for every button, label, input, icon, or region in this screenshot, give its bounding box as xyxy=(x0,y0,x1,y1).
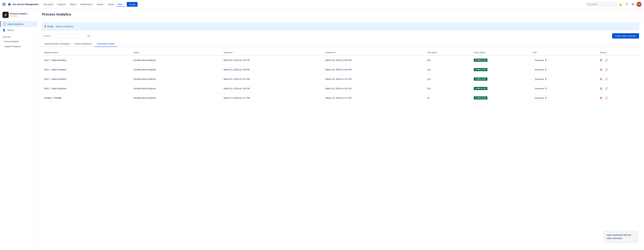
main-search-icon: 🔍 xyxy=(87,35,90,37)
cell-template-name: Test 2 - Data Extraction xyxy=(42,65,132,74)
cell-started-at: March 14, 2024 at 1:17 PM xyxy=(222,93,324,103)
sidebar-item-label-data-extractions: Data Extractions xyxy=(8,23,24,25)
cell-finished-at: March 20, 2024 at 1:41 PM xyxy=(324,74,425,84)
jira-logo[interactable]: Jira Service Management xyxy=(8,3,38,6)
avatar[interactable]: CM xyxy=(636,2,642,7)
settings-icon[interactable]: ⚙️ xyxy=(630,2,635,7)
page-title: Process Analytics xyxy=(37,9,644,19)
chart-icon[interactable]: 📈 xyxy=(605,59,608,62)
search-input[interactable] xyxy=(591,3,615,6)
col-finish-status: Finish Status xyxy=(472,50,531,55)
tab-active[interactable]: Active Extractions xyxy=(72,41,94,47)
col-started-at[interactable]: Started At ↕ xyxy=(222,50,324,55)
main-search-input[interactable] xyxy=(44,35,86,37)
cell-time-spent: 11s xyxy=(425,74,472,84)
toolbar: 🔍 Create data extraction xyxy=(42,33,639,39)
cell-finished-at: March 20, 2024 at 1:41 PM xyxy=(324,84,425,93)
cell-finished-at: March 20, 2024 at 1:44 PM xyxy=(324,65,425,74)
help-icon[interactable]: ❓ xyxy=(624,2,629,7)
cell-owner: Carolina Recio Mazorra xyxy=(132,55,222,65)
grid-menu-icon[interactable] xyxy=(2,3,6,6)
cell-csv: Download ⬇ xyxy=(531,55,598,65)
cell-time-spent: 12s xyxy=(425,84,472,93)
nav-filters[interactable]: Filters▾ xyxy=(68,2,78,7)
cell-actions: 🗑 📈 xyxy=(598,65,639,74)
cell-actions: 🗑 📈 xyxy=(598,74,639,84)
nav-assets[interactable]: Assets xyxy=(106,2,116,7)
sidebar-item-support-request[interactable]: Support Request xyxy=(0,44,37,49)
download-icon: ⬇ xyxy=(545,78,547,80)
download-icon: ⬇ xyxy=(545,97,547,99)
download-button[interactable]: Download ⬇ xyxy=(533,95,549,100)
delete-icon[interactable]: 🗑 xyxy=(600,68,602,71)
guide-text: Guide: xyxy=(47,25,54,28)
chart-icon[interactable]: 📈 xyxy=(605,96,608,100)
extractions-table: Template Name ↕ Owner ↕ Started At ↕ Fin… xyxy=(42,50,639,103)
col-template-name[interactable]: Template Name ↕ xyxy=(42,50,132,55)
col-finished-at[interactable]: Finished At ↕ xyxy=(324,50,425,55)
nav-apps[interactable]: Apps▾ xyxy=(116,2,125,7)
cell-time-spent: 10s xyxy=(425,55,472,65)
sidebar-item-data-extractions[interactable]: 📋 Data Extractions xyxy=(0,21,37,27)
nav-projects[interactable]: Projects▾ xyxy=(56,2,68,7)
cell-started-at: March 20, 2024 at 1:44 PM xyxy=(222,55,324,65)
nav-your-work[interactable]: Your work▾ xyxy=(42,2,56,7)
delete-icon[interactable]: 🗑 xyxy=(600,59,602,62)
nav-teams[interactable]: Teams▾ xyxy=(95,2,106,7)
main-content: Process Analytics ℹ Guide: How to connec… xyxy=(37,9,644,250)
cell-time-spent: 11s xyxy=(425,65,472,74)
search-box[interactable]: 🔍 xyxy=(586,2,617,7)
table-row: Test 2 - Data Extraction Carolina Recio … xyxy=(42,74,639,84)
cell-time-spent: 3s xyxy=(425,93,472,103)
download-button[interactable]: Download ⬇ xyxy=(533,77,549,82)
topnav: Jira Service Management Your work▾ Proje… xyxy=(0,0,644,9)
tab-templates[interactable]: Data Extraction Templates xyxy=(42,41,72,47)
tooltip-text: Open dashboard with the select extractio… xyxy=(607,234,631,239)
tokens-icon: 👤 xyxy=(2,29,6,32)
table-row: Test 2 - Data Extraction Carolina Recio … xyxy=(42,55,639,65)
cell-owner: Carolina Recio Mazorra xyxy=(132,74,222,84)
chart-icon[interactable]: 📈 xyxy=(605,77,608,81)
topnav-navigation: Your work▾ Projects▾ Filters▾ Dashboards… xyxy=(42,2,585,7)
download-icon: ⬇ xyxy=(545,87,547,90)
cell-status: COMPLETED xyxy=(472,93,531,103)
sidebar-item-label-tokens: Tokens xyxy=(7,29,14,31)
nav-dashboards[interactable]: Dashboards▾ xyxy=(79,2,95,7)
sidebar-item-documentation[interactable]: Documentation xyxy=(0,39,37,44)
cell-started-at: March 20, 2024 at 1:40 PM xyxy=(222,84,324,93)
delete-icon[interactable]: 🗑 xyxy=(600,87,602,90)
delete-icon[interactable]: 🗑 xyxy=(600,78,602,81)
cell-actions: 🗑 📈 xyxy=(598,93,639,103)
create-button[interactable]: Create xyxy=(127,2,138,7)
chart-icon[interactable]: 📈 xyxy=(605,87,608,90)
chart-icon[interactable]: 📈 xyxy=(605,68,608,71)
cell-finished-at: March 20, 2024 at 1:44 PM xyxy=(324,55,425,65)
cell-csv: Download ⬇ xyxy=(531,93,598,103)
cell-owner: Carolina Recio Mazorra xyxy=(132,65,222,74)
notifications-icon[interactable]: 🔔 xyxy=(618,2,623,7)
tabs: Data Extraction Templates Active Extract… xyxy=(42,41,639,47)
col-owner[interactable]: Owner ↕ xyxy=(132,50,222,55)
download-button[interactable]: Download ⬇ xyxy=(533,67,549,72)
create-extraction-button[interactable]: Create data extraction xyxy=(612,33,639,39)
cell-started-at: March 20, 2024 at 1:41 PM xyxy=(222,74,324,84)
cell-actions: 🗑 📈 xyxy=(598,55,639,65)
search-field[interactable]: 🔍 xyxy=(42,34,92,38)
tab-history[interactable]: Extractions History xyxy=(94,41,117,47)
download-button[interactable]: Download ⬇ xyxy=(533,58,549,63)
cell-csv: Download ⬇ xyxy=(531,74,598,84)
status-badge: COMPLETED xyxy=(474,59,488,62)
guide-banner: ℹ Guide: How to connect to... xyxy=(42,23,639,30)
cell-finished-at: March 14, 2024 at 1:17 PM xyxy=(324,93,425,103)
delete-icon[interactable]: 🗑 xyxy=(600,96,602,100)
cell-owner: Carolina Recio Mazorra xyxy=(132,84,222,93)
sidebar-item-tokens[interactable]: 👤 Tokens xyxy=(0,27,37,33)
col-csv: CSV xyxy=(531,50,598,55)
download-button[interactable]: Download ⬇ xyxy=(533,86,549,91)
download-icon: ⬇ xyxy=(545,68,547,71)
guide-link[interactable]: How to connect to... xyxy=(56,25,75,28)
topnav-right: 🔍 🔔 ❓ ⚙️ CM xyxy=(586,2,642,7)
cell-actions: 🗑 📈 xyxy=(598,84,639,93)
col-actions: Actions xyxy=(598,50,639,55)
data-extractions-icon: 📋 xyxy=(3,23,6,26)
